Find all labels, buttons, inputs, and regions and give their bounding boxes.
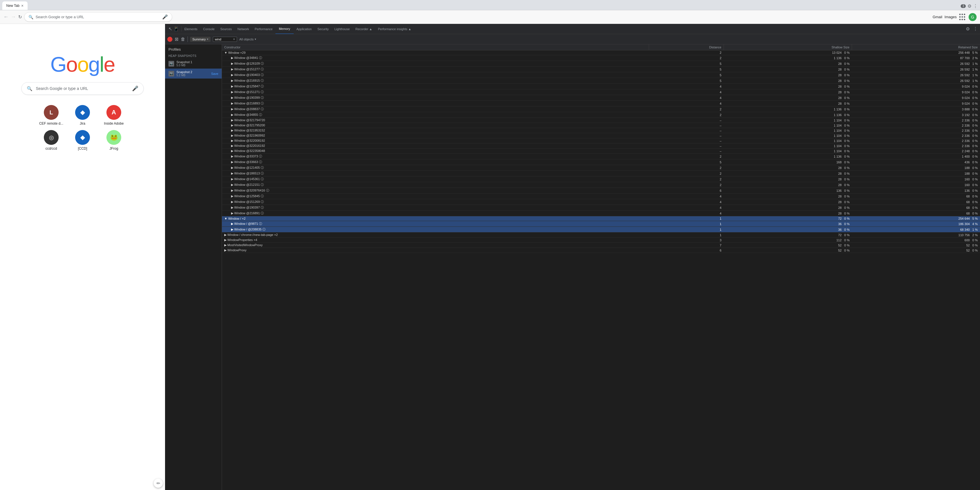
tab-memory[interactable]: Memory (275, 24, 294, 34)
table-row[interactable]: ▶ Window @190397 ⓘ 4 28 0 % 68 0 % (222, 205, 980, 210)
col-shallow-size[interactable]: Shallow Size (724, 45, 852, 50)
all-objects-dropdown[interactable]: All objects ▾ (239, 38, 978, 41)
back-icon[interactable]: ← (3, 14, 8, 20)
address-bar[interactable]: 🔍 Search Google or type a URL 🎤 (24, 12, 172, 22)
table-row[interactable]: ▶ Window @190403 ⓘ 5 28 0 % 26 592 1 % (222, 72, 980, 78)
tab[interactable]: New Tab × (2, 2, 28, 10)
cursor-icon[interactable]: ↖ (169, 26, 172, 32)
table-row[interactable]: ▶ WindowProxy 6 52 0 % 52 0 % (222, 248, 980, 253)
row-retained: 160 0 % (852, 177, 980, 182)
table-row[interactable]: ▶ Window @151271 ⓘ 4 28 0 % 9 024 0 % (222, 89, 980, 95)
table-row[interactable]: ▶ Window @321953152 – 1 104 0 % 2 336 0 … (222, 128, 980, 133)
device-icon[interactable]: 📱 (173, 26, 179, 32)
record-button[interactable] (167, 37, 172, 42)
table-row[interactable]: ▶ Window @322016192 – 1 104 0 % 2 336 0 … (222, 143, 980, 148)
table-row[interactable]: ▼ Window / ×2 1 72 0 % 254 644 5 % (222, 216, 980, 221)
table-row[interactable]: ▶ MostVisitedWindowProxy 7 52 0 % 52 0 % (222, 243, 980, 248)
forward-icon[interactable]: → (11, 14, 16, 20)
avatar[interactable]: G (969, 13, 977, 21)
tab-close[interactable]: × (21, 3, 23, 8)
devtools-more[interactable]: ⋮ (972, 26, 979, 32)
tab-security[interactable]: Security (315, 24, 331, 34)
settings-icon[interactable]: ⚙ (967, 3, 972, 9)
snapshot-2-size: 5.2 MB (177, 74, 209, 77)
table-row[interactable]: ▶ Window @208837 ⓘ 2 1 136 0 % 3 888 0 % (222, 107, 980, 112)
col-constructor[interactable]: Constructor (222, 45, 649, 50)
table-row[interactable]: ▼ Window ×29 2 13 024 0 % 256 448 5 % (222, 50, 980, 55)
search-box[interactable]: 🔍 Search Google or type a URL 🎤 (21, 82, 144, 95)
table-row[interactable]: ▶ Window @125845 ⓘ 4 28 0 % 68 0 % (222, 194, 980, 199)
table-row[interactable]: ▶ Window @190399 ⓘ 4 28 0 % 9 024 0 % (222, 95, 980, 101)
table-row[interactable]: ▶ Window @320976416 ⓘ 6 136 0 % 136 0 % (222, 188, 980, 194)
table-row[interactable]: ▶ Window @34841 ⓘ 2 1 136 0 % 87 700 2 % (222, 55, 980, 61)
table-row[interactable]: ▶ Window @145361 ⓘ 2 28 0 % 160 0 % (222, 177, 980, 182)
table-row[interactable]: ▶ Window @151277 ⓘ 5 28 0 % 26 592 1 % (222, 67, 980, 72)
snapshot-1[interactable]: 📷 Snapshot 1 5.0 MB (165, 59, 222, 68)
table-row[interactable]: ▶ Window @212151 ⓘ 2 28 0 % 160 0 % (222, 182, 980, 188)
tab-network[interactable]: Network (235, 24, 252, 34)
filter-clear-icon[interactable]: × (233, 37, 235, 41)
filter-input-wrap[interactable]: × (213, 37, 237, 42)
tab-sources[interactable]: Sources (217, 24, 234, 34)
row-distance: – (649, 133, 724, 138)
table-row[interactable]: ▶ Window @321960992 – 1 104 0 % 2 336 0 … (222, 133, 980, 138)
snapshot-2[interactable]: 📷 Snapshot 2 5.2 MB Save (165, 68, 222, 78)
table-row[interactable]: ▶ Window / @208835 ⓘ 1 36 0 % 68 340 1 % (222, 227, 980, 232)
clear-button[interactable]: 🗑 (181, 37, 185, 42)
tab-perf-insights[interactable]: Performance insights ▲ (375, 24, 414, 34)
gmail-link[interactable]: Gmail (932, 15, 942, 19)
table-row[interactable]: ▶ Window / chrome://new-tab-page ×2 1 72… (222, 232, 980, 238)
tab-console[interactable]: Console (200, 24, 217, 34)
devtools-settings[interactable]: ⚙ (964, 26, 972, 32)
table-row[interactable]: ▶ Window @322358048 – 1 104 0 % 2 248 0 … (222, 148, 980, 154)
shortcut-ccd[interactable]: ◎ ccd/ccd (38, 130, 64, 151)
tab-recorder[interactable]: Recorder ▲ (353, 24, 375, 34)
table-row[interactable]: ▶ Window @34855 ⓘ 2 1 136 0 % 3 192 0 % (222, 112, 980, 118)
snapshot-2-save[interactable]: Save (211, 72, 218, 75)
tab-performance[interactable]: Performance (252, 24, 275, 34)
row-retained: 3 888 0 % (852, 107, 980, 112)
col-retained-size[interactable]: Retained Size (852, 45, 980, 50)
row-shallow: 1 104 0 % (724, 138, 852, 143)
table-row[interactable]: ▶ Window @33373 ⓘ 2 1 136 0 % 1 400 0 % (222, 154, 980, 159)
summary-dropdown[interactable]: Summary ▾ (190, 37, 210, 42)
voice-search-icon[interactable]: 🎤 (132, 85, 138, 92)
table-row[interactable]: ▶ Window @151269 ⓘ 4 28 0 % 68 0 % (222, 199, 980, 205)
snapshot-1-name: Snapshot 1 (177, 60, 218, 64)
reload-icon[interactable]: ↻ (18, 14, 22, 20)
tab-application[interactable]: Application (294, 24, 315, 34)
data-table-wrap[interactable]: Constructor Distance Shallow Size Retain… (222, 45, 980, 490)
shortcut-adobe[interactable]: A Inside Adobe (101, 105, 127, 126)
row-constructor: ▶ Window @322358048 (222, 148, 649, 154)
col-distance[interactable]: Distance (649, 45, 724, 50)
shortcut-jira[interactable]: ◆ Jira (70, 105, 95, 126)
table-row[interactable]: ▶ Window / @9871 ⓘ 1 36 0 % 186 304 4 % (222, 221, 980, 227)
shortcut-jfrog[interactable]: 🐸 JFrog (101, 130, 127, 151)
table-row[interactable]: ▶ Window @121405 ⓘ 2 28 0 % 188 0 % (222, 165, 980, 171)
table-row[interactable]: ▶ Window @33663 ⓘ 5 168 0 % 436 0 % (222, 159, 980, 165)
images-link[interactable]: Images (945, 15, 957, 19)
table-row[interactable]: ▶ WindowProperties ×4 3 112 0 % 600 0 % (222, 238, 980, 243)
table-row[interactable]: ▶ Window @216915 ⓘ 5 28 0 % 26 592 1 % (222, 78, 980, 84)
stop-button[interactable]: ⊠ (175, 37, 178, 42)
tab-elements[interactable]: Elements (181, 24, 200, 34)
row-shallow: 28 0 % (724, 61, 852, 67)
table-row[interactable]: ▶ Window @322008192 – 1 104 0 % 2 336 0 … (222, 138, 980, 143)
mic-icon[interactable]: 🎤 (162, 14, 168, 20)
edit-pencil[interactable]: ✏ (154, 479, 163, 488)
shortcut-cef[interactable]: L CEF remote d... (38, 105, 64, 126)
tab-count-badge[interactable]: 3 (961, 4, 966, 8)
table-row[interactable]: ▶ Window @186513 ⓘ 2 28 0 % 188 0 % (222, 171, 980, 177)
table-row[interactable]: ▶ Window @126109 ⓘ 5 28 0 % 26 592 1 % (222, 61, 980, 67)
menu-icon[interactable]: ⋮ (973, 3, 978, 9)
shortcut-ccd2[interactable]: ◆ [CCD] (70, 130, 95, 151)
tab-lighthouse[interactable]: Lighthouse (331, 24, 353, 34)
table-row[interactable]: ▶ Window @321795200 – 1 104 0 % 2 336 0 … (222, 123, 980, 128)
table-row[interactable]: ▶ Window @216893 ⓘ 4 28 0 % 9 024 0 % (222, 101, 980, 107)
table-row[interactable]: ▶ Window @321794720 – 1 104 0 % 2 336 0 … (222, 118, 980, 123)
table-row[interactable]: ▶ Window @216891 ⓘ 4 28 0 % 68 0 % (222, 210, 980, 216)
table-row[interactable]: ▶ Window @125847 ⓘ 4 28 0 % 9 024 0 % (222, 84, 980, 89)
filter-input[interactable] (215, 38, 232, 41)
all-objects-chevron: ▾ (255, 38, 256, 41)
apps-icon[interactable] (959, 13, 966, 21)
